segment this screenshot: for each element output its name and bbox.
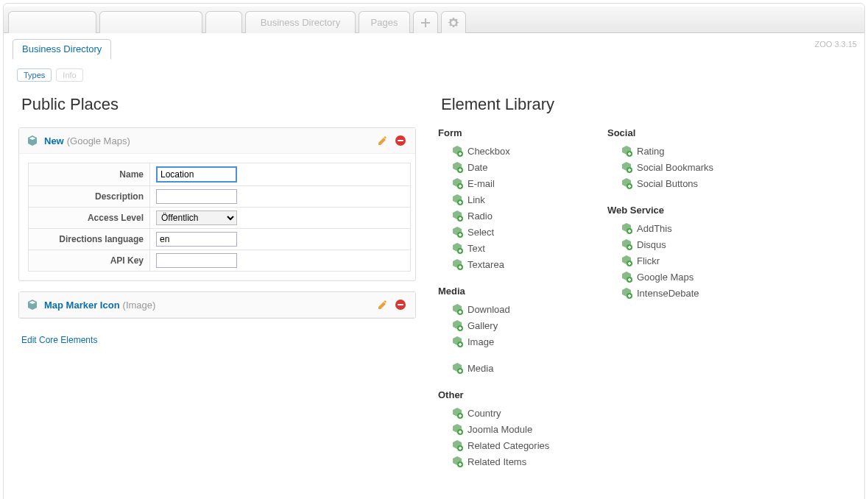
lib-group-title: Other (438, 389, 578, 400)
panel-title-type: (Google Maps) (67, 135, 130, 146)
lib-group-title: Social (607, 127, 747, 138)
field-input-apikey[interactable] (156, 253, 237, 268)
cube-add-icon (621, 145, 632, 157)
edit-button[interactable] (375, 133, 390, 148)
cube-add-icon (451, 242, 463, 254)
lib-item-label: Social Buttons (637, 178, 698, 189)
top-tab-pages[interactable]: Pages (359, 11, 410, 33)
lib-item-label: Checkbox (467, 146, 510, 157)
field-select-access[interactable]: Öffentlich (156, 210, 237, 225)
drag-handle[interactable] (27, 299, 38, 311)
lib-item[interactable]: Social Bookmarks (607, 159, 747, 175)
lib-item-label: Flickr (637, 255, 660, 266)
lib-item-label: E-mail (467, 178, 495, 189)
top-tab-blank-2[interactable] (99, 11, 202, 33)
lib-item[interactable]: Link (438, 191, 578, 208)
sub-tab-bar: Business Directory (4, 33, 864, 60)
lib-item[interactable]: Select (438, 224, 578, 240)
field-label-access: Access Level (29, 208, 150, 229)
lib-item-label: Country (467, 408, 501, 419)
field-input-dirlang[interactable] (156, 232, 237, 247)
lib-item[interactable]: Download (438, 301, 578, 317)
cube-add-icon (451, 336, 463, 347)
lib-item[interactable]: Media (438, 360, 578, 376)
field-label-name: Name (29, 163, 150, 186)
panel-title-type: (Image) (123, 300, 156, 311)
lib-item-label: Media (467, 363, 493, 374)
drag-handle[interactable] (27, 135, 38, 146)
lib-item-label: Date (467, 162, 487, 173)
top-tab-blank-1[interactable] (8, 11, 96, 33)
lib-item[interactable]: AddThis (607, 220, 747, 236)
cube-add-icon (451, 194, 463, 205)
lib-item-label: Related Categories (467, 440, 549, 451)
edit-core-link[interactable]: Edit Core Elements (21, 335, 97, 345)
lib-item-label: Select (467, 227, 494, 238)
top-tab-business-directory[interactable]: Business Directory (245, 11, 356, 33)
lib-item[interactable]: Radio (438, 208, 578, 224)
lib-group-title: Web Service (607, 205, 747, 216)
lib-item-label: Link (467, 194, 485, 205)
version-label: ZOO 3.3.15 (815, 40, 857, 49)
cube-add-icon (451, 319, 463, 331)
lib-item-label: Gallery (467, 320, 498, 331)
cube-icon (27, 299, 38, 311)
lib-item[interactable]: Text (438, 240, 578, 256)
lib-item[interactable]: Country (438, 405, 578, 421)
lib-item[interactable]: Social Buttons (607, 175, 747, 191)
lib-item-label: Related Items (467, 456, 526, 467)
lib-item-label: Rating (637, 146, 665, 157)
lib-item[interactable]: Checkbox (438, 143, 578, 159)
lib-item[interactable]: Flickr (607, 252, 747, 269)
cube-add-icon (451, 439, 463, 451)
lib-item-label: Textarea (467, 259, 504, 270)
lib-item-label: Text (467, 243, 485, 254)
lib-item[interactable]: Related Items (438, 453, 578, 470)
lib-item-label: Google Maps (637, 272, 694, 283)
delete-button[interactable] (393, 133, 408, 148)
svg-rect-1 (398, 140, 403, 141)
lib-item[interactable]: Rating (607, 143, 747, 159)
gear-icon (448, 17, 459, 29)
cube-icon (27, 135, 38, 146)
top-tab-bar: Business Directory Pages ZOO 3.3.15 (4, 7, 864, 33)
lib-item-label: Social Bookmarks (637, 162, 713, 173)
sub-tab-business-directory[interactable]: Business Directory (13, 39, 111, 60)
lib-item[interactable]: Disqus (607, 236, 747, 252)
lib-item[interactable]: Google Maps (607, 269, 747, 285)
lib-item-label: AddThis (637, 223, 672, 234)
lib-item[interactable]: Gallery (438, 317, 578, 333)
top-tab-add[interactable] (413, 11, 438, 33)
cube-add-icon (451, 303, 463, 315)
cube-add-icon (451, 210, 463, 222)
field-input-description[interactable] (156, 189, 237, 204)
lib-item[interactable]: Date (438, 159, 578, 175)
cube-add-icon (621, 161, 632, 173)
lib-item[interactable]: IntenseDebate (607, 285, 747, 301)
lib-item[interactable]: Image (438, 333, 578, 350)
lib-group-title: Media (438, 286, 578, 297)
lib-item[interactable]: Textarea (438, 256, 578, 272)
pill-types[interactable]: Types (17, 68, 52, 82)
top-tab-blank-3[interactable] (205, 11, 242, 33)
delete-button[interactable] (393, 297, 408, 312)
lib-item[interactable]: E-mail (438, 175, 578, 191)
right-title: Element Library (441, 95, 850, 114)
cube-add-icon (621, 255, 632, 266)
pencil-icon (377, 135, 389, 146)
pill-info[interactable]: Info (56, 68, 82, 82)
plus-icon (420, 17, 431, 29)
cube-add-icon (451, 258, 463, 270)
minus-circle-icon (395, 299, 406, 311)
cube-add-icon (451, 407, 463, 419)
lib-item[interactable]: Related Categories (438, 437, 578, 453)
element-panel-googlemaps: New (Google Maps) Name (18, 127, 416, 281)
field-input-name[interactable] (156, 166, 237, 183)
cube-add-icon (451, 423, 463, 435)
field-label-description: Description (29, 186, 150, 208)
edit-button[interactable] (375, 297, 390, 312)
pencil-icon (377, 299, 389, 311)
top-tab-settings[interactable] (441, 11, 466, 33)
lib-item[interactable]: Joomla Module (438, 421, 578, 437)
lib-item-label: Joomla Module (467, 424, 532, 435)
